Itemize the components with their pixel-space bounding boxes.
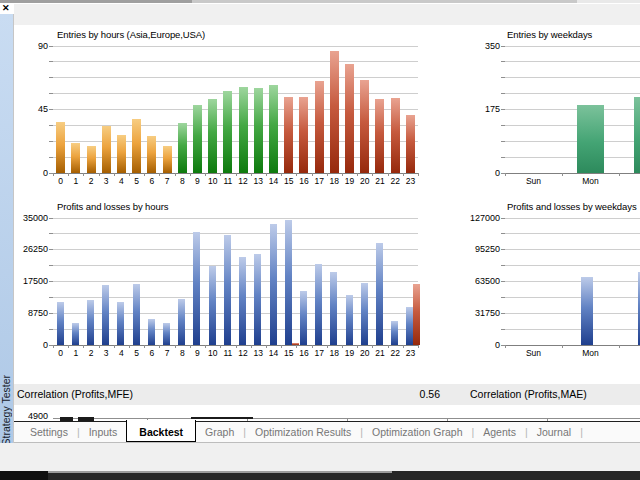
y-axis-label: 26250: [5, 244, 48, 254]
x-axis-label: Tue: [634, 177, 640, 186]
chart-title-profits-by-weekdays: Profits and losses by weekdays: [507, 201, 637, 212]
x-axis-tick: [205, 345, 206, 348]
y-axis-tick: [49, 125, 53, 126]
x-axis-tick: [372, 345, 373, 348]
x-axis-tick: [99, 173, 100, 176]
gridline: [505, 218, 640, 219]
bar: [391, 321, 398, 345]
y-axis-tick: [49, 265, 53, 266]
x-axis-tick: [312, 345, 313, 348]
y-axis-tick: [49, 46, 53, 47]
x-axis-label: 23: [396, 177, 424, 186]
tab-agents[interactable]: Agents: [474, 422, 525, 442]
x-axis-label: Tue: [634, 349, 640, 358]
bar: [239, 87, 248, 173]
tab-journal[interactable]: Journal: [528, 422, 580, 442]
y-axis-label: 0: [5, 340, 48, 350]
tab-graph[interactable]: Graph: [196, 422, 243, 442]
bar: [72, 323, 79, 345]
x-axis-tick: [236, 173, 237, 176]
y-axis-tick: [49, 77, 53, 78]
x-axis-tick: [418, 345, 419, 348]
panel-title: Strategy Tester: [0, 375, 13, 445]
y-axis-label: 0: [5, 168, 48, 178]
gridline: [505, 281, 640, 282]
x-axis-tick: [505, 345, 506, 348]
report-header-strip: [14, 4, 640, 25]
bar: [413, 284, 420, 345]
correlation-mae-label: Correlation (Profits,MAE): [470, 384, 587, 405]
x-axis-tick: [175, 173, 176, 176]
x-axis-tick: [281, 173, 282, 176]
x-axis-tick: [619, 173, 620, 176]
gridline: [505, 46, 640, 47]
x-axis-label: Sun: [520, 349, 548, 358]
strategy-tester-sidebar[interactable]: Strategy Tester: [0, 14, 14, 448]
bar: [270, 224, 277, 345]
y-axis-tick: [501, 218, 505, 219]
gridline: [505, 109, 640, 110]
x-axis-label: 23: [396, 349, 424, 358]
x-axis-tick: [281, 345, 282, 348]
taskbar-edge: [48, 471, 392, 473]
y-axis-tick: [49, 329, 53, 330]
bar: [223, 91, 232, 173]
bar: [133, 284, 140, 345]
chart-title-entries-by-hours: Entries by hours (Asia,Europe,USA): [57, 29, 205, 40]
clipped-chart-fragment: [191, 417, 253, 419]
bar: [300, 291, 307, 345]
bar: [375, 99, 384, 173]
x-axis-tick: [159, 345, 160, 348]
bar: [57, 302, 64, 345]
x-axis-tick: [418, 173, 419, 176]
x-axis-tick: [357, 173, 358, 176]
tab-backtest[interactable]: Backtest: [126, 420, 196, 442]
y-axis-tick: [49, 218, 53, 219]
y-axis-tick: [501, 265, 505, 266]
y-axis-label: 0: [457, 168, 500, 178]
y-axis-tick: [49, 297, 53, 298]
gridline: [53, 218, 418, 219]
tab-optimization-results[interactable]: Optimization Results: [246, 422, 360, 442]
x-axis-tick: [190, 345, 191, 348]
x-axis-tick: [342, 173, 343, 176]
bar: [239, 257, 246, 345]
bar: [330, 51, 339, 173]
gridline: [505, 313, 640, 314]
clipped-chart-ylabel: 4900: [26, 411, 48, 421]
bar: [87, 146, 96, 173]
tab-inputs[interactable]: Inputs: [80, 422, 127, 442]
bar: [315, 264, 322, 345]
panel-close-area: ✕: [0, 3, 14, 14]
x-axis-tick: [403, 173, 404, 176]
x-axis-tick: [236, 345, 237, 348]
x-axis-label: Mon: [577, 177, 605, 186]
x-axis-tick: [68, 173, 69, 176]
y-axis-tick: [501, 157, 505, 158]
tab-optimization-graph[interactable]: Optimization Graph: [363, 422, 471, 442]
y-axis-label: 95250: [457, 244, 500, 254]
gridline: [53, 77, 418, 78]
x-axis-tick: [403, 345, 404, 348]
gridline: [505, 141, 640, 142]
bar: [406, 115, 415, 173]
gridline: [505, 297, 640, 298]
bar: [102, 126, 111, 173]
y-axis-tick: [501, 141, 505, 142]
close-icon[interactable]: ✕: [2, 3, 10, 14]
bar: [315, 81, 324, 173]
y-axis-tick: [501, 281, 505, 282]
bar: [292, 343, 299, 345]
y-axis-label: 0: [457, 340, 500, 350]
y-axis-tick: [501, 249, 505, 250]
y-axis-tick: [49, 249, 53, 250]
gridline: [505, 249, 640, 250]
bar: [147, 136, 156, 173]
tab-settings[interactable]: Settings: [21, 422, 77, 442]
x-axis-label: Sun: [520, 177, 548, 186]
x-axis-tick: [505, 173, 506, 176]
x-axis-tick: [312, 173, 313, 176]
x-axis-tick: [129, 345, 130, 348]
y-axis-tick: [49, 313, 53, 314]
y-axis-label: 35000: [5, 213, 48, 223]
